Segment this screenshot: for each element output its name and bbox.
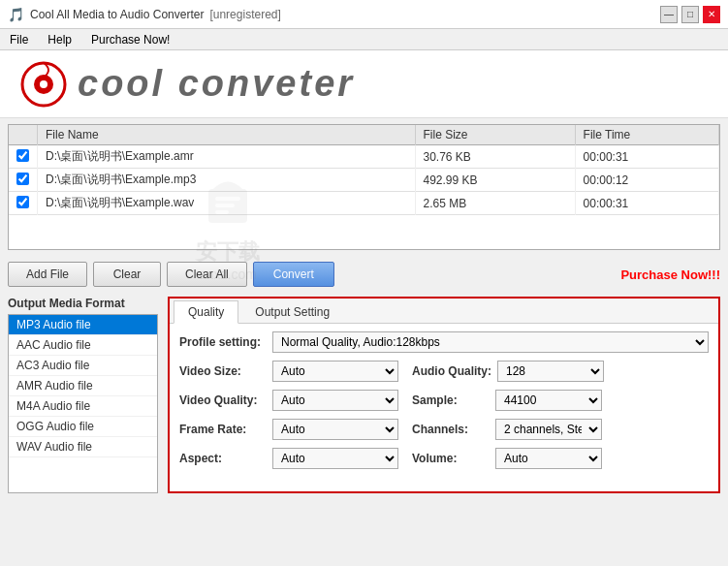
table-header-row: File Name File Size File Time <box>9 125 719 145</box>
format-item[interactable]: OGG Audio file <box>9 417 157 437</box>
toolbar: Add File Clear Clear All Convert Purchas… <box>0 256 728 293</box>
video-quality-label: Video Quality: <box>179 393 267 407</box>
close-button[interactable]: ✕ <box>703 6 720 23</box>
video-audio-row: Video Size: Auto Audio Quality: 128 <box>179 361 709 382</box>
clear-button[interactable]: Clear <box>93 262 161 287</box>
minimize-button[interactable]: — <box>660 6 678 23</box>
profile-select[interactable]: Normal Quality, Audio:128kbps <box>272 331 709 353</box>
title-bar-left: 🎵 Cool All Media to Audio Converter [unr… <box>8 7 281 22</box>
format-item[interactable]: AC3 Audio file <box>9 356 157 376</box>
aspect-select[interactable]: Auto <box>272 448 398 469</box>
row-checkbox[interactable] <box>16 149 29 162</box>
row-filename: D:\桌面\说明书\Example.amr <box>38 145 416 169</box>
channels-select[interactable]: 2 channels, Ster <box>495 419 602 440</box>
add-file-button[interactable]: Add File <box>8 262 87 287</box>
aspect-label: Aspect: <box>179 452 267 465</box>
audio-quality-select[interactable]: 128 <box>497 361 604 382</box>
row-filetime: 00:00:31 <box>575 192 718 215</box>
menu-bar: File Help Purchase Now! <box>0 29 728 50</box>
sample-select[interactable]: 44100 <box>495 390 602 411</box>
row-filesize: 492.99 KB <box>415 169 575 192</box>
frame-rate-label: Frame Rate: <box>179 423 267 436</box>
row-filetime: 00:00:12 <box>575 169 718 192</box>
tab-quality[interactable]: Quality <box>174 300 238 324</box>
audio-quality-label: Audio Quality: <box>412 364 491 378</box>
clear-all-button[interactable]: Clear All <box>167 262 247 287</box>
format-item[interactable]: WAV Audio file <box>9 437 157 457</box>
col-filesize: File Size <box>415 125 575 145</box>
video-size-label: Video Size: <box>179 364 267 378</box>
menu-purchase[interactable]: Purchase Now! <box>85 31 175 48</box>
settings-panel: Quality Output Setting Profile setting: … <box>168 297 720 493</box>
frame-rate-select[interactable]: Auto <box>272 419 398 440</box>
logo-text: cool conveter <box>78 63 355 105</box>
title-bar: 🎵 Cool All Media to Audio Converter [unr… <box>0 0 728 29</box>
table-row: D:\桌面\说明书\Example.amr 30.76 KB 00:00:31 <box>9 145 719 169</box>
col-checkbox <box>9 125 38 145</box>
col-filename: File Name <box>38 125 416 145</box>
menu-file[interactable]: File <box>4 31 34 48</box>
format-item[interactable]: M4A Audio file <box>9 396 157 417</box>
tab-output-setting[interactable]: Output Setting <box>240 300 344 323</box>
profile-label: Profile setting: <box>179 335 267 349</box>
format-panel: Output Media Format MP3 Audio fileAAC Au… <box>8 297 158 493</box>
video-quality-select[interactable]: Auto <box>272 390 398 411</box>
row-filesize: 2.65 MB <box>415 192 575 215</box>
purchase-label: Purchase Now!!! <box>620 267 720 282</box>
format-panel-title: Output Media Format <box>8 297 158 310</box>
format-item[interactable]: AMR Audio file <box>9 376 157 396</box>
menu-help[interactable]: Help <box>42 31 78 48</box>
video-quality-sample-row: Video Quality: Auto Sample: 44100 <box>179 390 709 411</box>
row-filetime: 00:00:31 <box>575 145 718 169</box>
row-checkbox-cell[interactable] <box>9 192 38 215</box>
format-item[interactable]: AAC Audio file <box>9 335 157 356</box>
tabs-bar: Quality Output Setting <box>170 299 718 324</box>
row-filesize: 30.76 KB <box>415 145 575 169</box>
row-checkbox-cell[interactable] <box>9 169 38 192</box>
video-size-select[interactable]: Auto <box>272 361 398 382</box>
file-table: File Name File Size File Time D:\桌面\说明书\… <box>9 125 719 215</box>
app-title: Cool All Media to Audio Converter <box>30 8 204 21</box>
row-checkbox-cell[interactable] <box>9 145 38 169</box>
table-row: D:\桌面\说明书\Example.mp3 492.99 KB 00:00:12 <box>9 169 719 192</box>
format-list: MP3 Audio fileAAC Audio fileAC3 Audio fi… <box>8 314 158 493</box>
row-filename: D:\桌面\说明书\Example.wav <box>38 192 416 215</box>
volume-select[interactable]: Auto <box>495 448 602 469</box>
col-filetime: File Time <box>575 125 718 145</box>
format-item[interactable]: MP3 Audio file <box>9 315 157 335</box>
table-row: D:\桌面\说明书\Example.wav 2.65 MB 00:00:31 <box>9 192 719 215</box>
logo-area: cool conveter <box>0 50 728 118</box>
row-checkbox[interactable] <box>16 196 29 208</box>
file-table-container: File Name File Size File Time D:\桌面\说明书\… <box>8 124 720 250</box>
app-icon: 🎵 <box>8 7 24 22</box>
volume-label: Volume: <box>412 452 490 465</box>
settings-content: Profile setting: Normal Quality, Audio:1… <box>170 324 718 485</box>
profile-row: Profile setting: Normal Quality, Audio:1… <box>179 331 709 353</box>
sample-label: Sample: <box>412 393 490 407</box>
bottom-area: Output Media Format MP3 Audio fileAAC Au… <box>0 293 728 497</box>
row-filename: D:\桌面\说明书\Example.mp3 <box>38 169 416 192</box>
app-subtitle: [unregistered] <box>209 8 280 21</box>
convert-button[interactable]: Convert <box>253 262 334 287</box>
maximize-button[interactable]: □ <box>681 6 699 23</box>
svg-point-2 <box>40 80 47 88</box>
logo-icon <box>19 60 68 109</box>
frame-rate-channels-row: Frame Rate: Auto Channels: 2 channels, S… <box>179 419 709 440</box>
row-checkbox[interactable] <box>16 173 29 185</box>
title-controls: — □ ✕ <box>660 6 720 23</box>
channels-label: Channels: <box>412 423 490 436</box>
aspect-volume-row: Aspect: Auto Volume: Auto <box>179 448 709 469</box>
